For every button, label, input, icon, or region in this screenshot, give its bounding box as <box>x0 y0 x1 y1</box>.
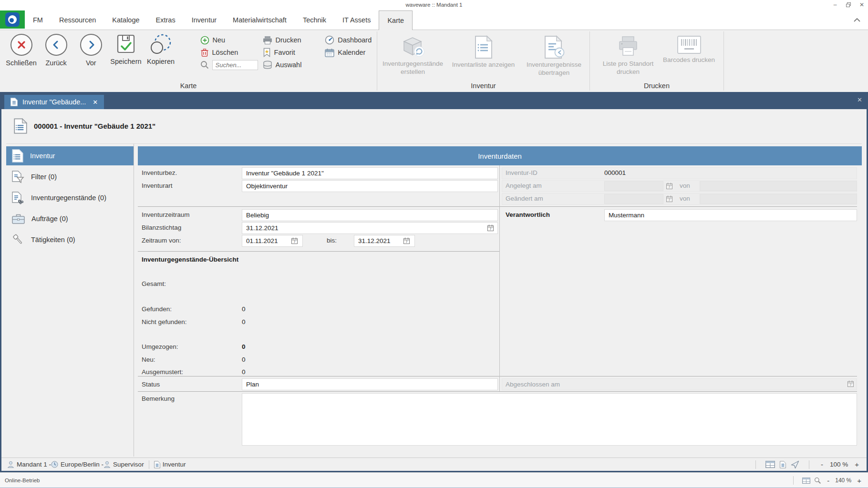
svg-text:7: 7 <box>406 240 408 244</box>
inventur-form: Inventurbez. Inventurart Inventur-ID 000… <box>138 165 862 451</box>
document-view-icon[interactable] <box>780 461 786 468</box>
geaendert-am-date-field <box>604 194 663 204</box>
geaendert-am-von-label: von <box>680 195 690 202</box>
field-label-inventurbez: Inventurbez. <box>142 169 177 176</box>
calendar-picker-icon[interactable]: 7 <box>487 224 494 231</box>
svg-text:7: 7 <box>490 227 492 231</box>
svg-text:7: 7 <box>850 383 852 386</box>
angelegt-am-date-field <box>604 181 663 191</box>
table-view-icon[interactable] <box>802 478 810 484</box>
menu-item-fm[interactable]: FM <box>25 10 51 30</box>
ribbon-group-label-karte: Karte <box>0 82 377 90</box>
field-label-bemerkung: Bemerkung <box>142 395 175 402</box>
database-icon <box>263 61 272 69</box>
menu-item-kataloge[interactable]: Kataloge <box>104 10 147 30</box>
document-transfer-icon <box>543 35 565 59</box>
field-label-angelegt-am: Angelegt am <box>506 182 542 189</box>
drucken-button[interactable]: Drucken <box>263 34 311 46</box>
tab-close-icon[interactable]: ✕ <box>93 99 98 106</box>
sidebar-item-filter[interactable]: Filter (0) <box>6 167 134 186</box>
inventurbez-input[interactable] <box>242 167 498 179</box>
loeschen-button[interactable]: Löschen <box>200 46 258 59</box>
user-icon <box>103 461 111 468</box>
ribbon-collapse-button[interactable] <box>854 10 860 30</box>
form-section-header: Inventurdaten <box>138 146 862 165</box>
calendar-mini-icon: 7 <box>847 380 854 387</box>
zoom-in-button[interactable]: + <box>853 460 861 468</box>
inventurzeitraum-input[interactable] <box>242 209 498 221</box>
auswahl-button[interactable]: Auswahl <box>263 59 311 71</box>
sidebar-item-inventurgegenstaende[interactable]: Inventurgegenstände (0) <box>6 188 134 207</box>
separator-line <box>138 391 857 392</box>
app-zoom-out-button[interactable]: - <box>825 477 831 485</box>
ribbon-group-inventur: Inventurgegenstände erstellen Inventarli… <box>377 30 589 92</box>
field-label-status: Status <box>142 381 160 388</box>
menu-item-ressourcen[interactable]: Ressourcen <box>51 10 104 30</box>
field-label-inventurart: Inventurart <box>142 182 173 189</box>
sidebar-item-auftraege[interactable]: Aufträge (0) <box>6 209 134 228</box>
favorit-button[interactable]: Favorit <box>263 46 311 59</box>
neu-button[interactable]: Neu <box>200 34 258 46</box>
app-zoom-in-button[interactable]: + <box>855 477 863 485</box>
document-icon <box>10 98 18 106</box>
bemerkung-textarea[interactable] <box>242 393 857 446</box>
field-label-abgeschlossen-am: Abgeschlossen am <box>506 381 560 388</box>
angelegt-am-von-label: von <box>680 182 690 189</box>
window-title: waveware :: Mandant 1 <box>0 2 868 8</box>
close-circle-icon <box>17 40 26 50</box>
timezone-label: Europe/Berlin - <box>61 461 103 468</box>
zoom-out-button[interactable]: - <box>819 460 825 468</box>
ribbon-group-label-inventur: Inventur <box>377 82 589 90</box>
ribbon-group-label-drucken: Drucken <box>590 82 723 90</box>
printer-icon <box>263 36 272 45</box>
package-refresh-icon <box>400 35 426 58</box>
status-separator <box>149 460 149 469</box>
svg-text:7: 7 <box>294 240 296 244</box>
kalender-button[interactable]: Kalender <box>325 46 377 59</box>
menu-bar: FM Ressourcen Kataloge Extras Inventur M… <box>0 10 868 30</box>
navigate-icon[interactable] <box>791 460 799 469</box>
calendar-mini-icon: 7 <box>666 195 672 202</box>
magnifier-icon[interactable] <box>814 477 821 484</box>
overview-label-gesamt: Gesamt: <box>142 280 166 287</box>
close-icon[interactable]: ✕ <box>858 1 865 8</box>
menu-item-karte-active[interactable]: Karte <box>379 10 413 30</box>
ribbon-separator <box>723 31 724 91</box>
search-input[interactable] <box>212 60 258 70</box>
sidebar-item-taetigkeiten[interactable]: Tätigkeiten (0) <box>6 230 134 249</box>
restore-icon[interactable] <box>845 1 852 8</box>
arrow-left-icon <box>52 40 61 50</box>
app-logo[interactable] <box>0 10 25 29</box>
minimize-icon[interactable]: – <box>832 1 838 8</box>
main-panel: Inventurdaten Inventurbez. Inventurart I… <box>138 144 862 457</box>
overview-value-neu: 0 <box>242 356 246 363</box>
table-view-icon[interactable] <box>765 461 775 468</box>
verantwortlich-input[interactable] <box>604 209 857 221</box>
tab-inventur-gebaeude[interactable]: Inventur "Gebäude... ✕ <box>4 95 104 109</box>
inventurart-input[interactable] <box>242 180 498 192</box>
status-input[interactable] <box>242 378 498 390</box>
sidebar-item-inventur[interactable]: Inventur <box>6 146 134 165</box>
plus-circle-icon <box>200 36 209 45</box>
dashboard-button[interactable]: Dashboard <box>325 34 377 46</box>
field-label-inventurzeitraum: Inventurzeitraum <box>142 211 190 218</box>
tabstrip-close-icon[interactable]: ✕ <box>857 96 862 103</box>
calendar-picker-icon[interactable]: 7 <box>403 237 410 244</box>
save-floppy-icon <box>114 33 137 56</box>
field-label-verantwortlich: Verantwortlich <box>506 211 550 218</box>
bilanzstichtag-input[interactable] <box>242 222 498 234</box>
status-separator <box>809 460 809 469</box>
menu-item-materialwirtschaft[interactable]: Materialwirtschaft <box>225 10 295 30</box>
menu-item-it-assets[interactable]: IT Assets <box>334 10 379 30</box>
svg-text:7: 7 <box>669 185 671 189</box>
clock-icon <box>51 461 58 468</box>
app-window: waveware :: Mandant 1 – ✕ FM Ressourcen … <box>0 0 868 488</box>
hammer-icon <box>12 234 24 246</box>
calendar-picker-icon[interactable]: 7 <box>291 237 298 244</box>
menu-item-technik[interactable]: Technik <box>295 10 334 30</box>
copy-icon <box>149 33 172 56</box>
menu-item-inventur[interactable]: Inventur <box>184 10 225 30</box>
document-list-icon <box>474 35 494 59</box>
menu-item-extras[interactable]: Extras <box>148 10 184 30</box>
ribbon-group-drucken: Liste pro Standort drucken Barcodes druc… <box>590 30 723 92</box>
